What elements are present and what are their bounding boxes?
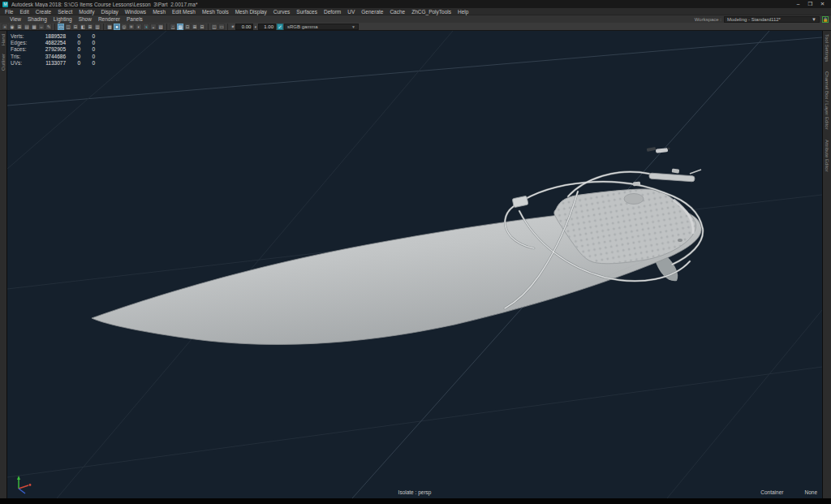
pan-zoom-icon[interactable]: ⇔ — [38, 24, 45, 30]
single-pane-layout-icon[interactable]: ▭ — [58, 24, 64, 30]
menu-windows[interactable]: Windows — [122, 9, 149, 15]
four-pane-layout-icon[interactable]: ⊞ — [87, 24, 93, 30]
lock-camera-icon[interactable]: ◉ — [9, 24, 15, 30]
shadows-icon[interactable]: ◐ — [136, 24, 142, 30]
surfboard-model[interactable] — [92, 172, 703, 345]
lights-icon[interactable]: ☀ — [128, 24, 135, 30]
wireframe-icon[interactable]: ▩ — [106, 24, 113, 30]
menu-modify[interactable]: Modify — [75, 9, 97, 15]
panel-menu-panels[interactable]: Panels — [123, 16, 146, 22]
menu-create[interactable]: Create — [32, 9, 55, 15]
panel-menu-show[interactable]: Show — [75, 16, 95, 22]
workspace-label: Workspace : — [695, 17, 721, 22]
motion-blur-icon[interactable]: ◒ — [150, 24, 157, 30]
menu-surfaces[interactable]: Surfaces — [293, 9, 321, 15]
chevron-down-icon: ▼ — [812, 17, 816, 22]
select-camera-icon[interactable]: ⌖ — [2, 24, 8, 30]
camera-attributes-icon[interactable]: ⊞ — [16, 24, 23, 30]
container-value: None — [804, 489, 817, 495]
title-bar: M Autodesk Maya 2018: S:\CG Items Course… — [0, 0, 831, 8]
poly-count-selected: 0 — [66, 46, 80, 53]
menu-edit-mesh[interactable]: Edit Mesh — [169, 9, 199, 15]
close-button[interactable]: ✕ — [816, 0, 829, 8]
poly-count-selected2: 0 — [80, 33, 95, 40]
menu-mesh-tools[interactable]: Mesh Tools — [199, 9, 232, 15]
minimize-button[interactable]: – — [792, 0, 804, 8]
menu-generate[interactable]: Generate — [358, 9, 386, 15]
poly-count-selected: 0 — [66, 60, 80, 67]
grease-pencil-icon[interactable]: ✎ — [45, 24, 52, 30]
shaded-icon[interactable]: ● — [114, 24, 120, 30]
dock-tab-tool-settings[interactable]: Tool Settings — [825, 34, 829, 62]
textured-icon[interactable]: ◎ — [121, 24, 127, 30]
workspace-value: Modeling - Standard112* — [727, 17, 781, 22]
isolate-select-icon[interactable]: △ — [170, 24, 176, 30]
panel-menu-renderer[interactable]: Renderer — [95, 16, 123, 22]
image-plane-icon[interactable]: ▦ — [31, 24, 37, 30]
poly-count-label: Verts: — [11, 33, 32, 40]
x-ray-icon[interactable]: ▧ — [177, 24, 183, 30]
menu-display[interactable]: Display — [97, 9, 121, 15]
color-managed-checkbox[interactable]: ✓ — [277, 24, 283, 30]
colorspace-dropdown[interactable]: sRGB gamma▼ — [284, 24, 359, 30]
viewport-canvas[interactable] — [7, 31, 822, 498]
dock-tab-channel-box-layer-editor[interactable]: Channel Box / Layer Editor — [825, 71, 829, 130]
workspace-dropdown[interactable]: Modeling - Standard112* ▼ — [724, 16, 820, 23]
film-gate-icon[interactable]: ◫ — [211, 24, 217, 30]
screen-space-ao-icon[interactable]: ◑ — [143, 24, 149, 30]
poly-count-value: 3744686 — [32, 54, 66, 60]
poly-count-label: Tris: — [11, 54, 32, 60]
gamma-field[interactable]: 1.00 — [258, 24, 276, 30]
pad-recess — [624, 194, 644, 205]
window-controls: –❐✕ — [792, 0, 829, 8]
menu-help[interactable]: Help — [454, 9, 471, 15]
view-axis-gizmo — [11, 473, 36, 496]
viewport-toolbar: ⌖◉⊞▤▦⇔✎▭◫⊟◧⊞▥▩●◎☀◐◑◒▨△▧⊡⊞⊟◫▭☀0.00◐1.00✓s… — [0, 23, 831, 31]
menu-select[interactable]: Select — [54, 9, 75, 15]
field-chart-icon[interactable]: ⊡ — [184, 24, 191, 30]
toolbar-separator — [103, 24, 104, 30]
safe-title-icon[interactable]: ⊟ — [199, 24, 205, 30]
container-label: Container — [760, 489, 783, 495]
toolbar-separator — [166, 24, 167, 30]
two-pane-stacked-layout-icon[interactable]: ⊟ — [72, 24, 79, 30]
perspective-viewport[interactable]: Verts:188952800Edges:468225400Faces:2792… — [6, 31, 823, 498]
two-pane-side-layout-icon[interactable]: ◫ — [65, 24, 71, 30]
menu-mesh-display[interactable]: Mesh Display — [232, 9, 270, 15]
poly-count-selected2: 0 — [80, 60, 95, 67]
safe-action-icon[interactable]: ⊞ — [192, 24, 198, 30]
menu-mesh[interactable]: Mesh — [149, 9, 169, 15]
gamma-field-group: ◐1.00 — [254, 24, 276, 30]
dock-tab-outliner[interactable]: Outliner — [1, 54, 6, 71]
menu-deform[interactable]: Deform — [321, 9, 344, 15]
gamma-icon: ◐ — [254, 24, 257, 30]
menu-uv[interactable]: UV — [344, 9, 358, 15]
bookmarks-icon[interactable]: ▤ — [24, 24, 30, 30]
outliner-persp-layout-icon[interactable]: ▥ — [94, 24, 101, 30]
poly-count-value: 2792905 — [32, 46, 66, 53]
menu-cache[interactable]: Cache — [386, 9, 408, 15]
panel-menu-lighting[interactable]: Lighting — [50, 16, 75, 22]
panel-menu-view[interactable]: View — [6, 16, 24, 22]
menu-zhcg-polytools[interactable]: ZhCG_PolyTools — [408, 9, 454, 15]
poly-count-selected: 0 — [66, 33, 80, 40]
menu-file[interactable]: File — [2, 9, 16, 15]
panel-menu-bar: ViewShadingLightingShowRendererPanels Wo… — [0, 15, 831, 23]
menu-edit[interactable]: Edit — [16, 9, 32, 15]
exposure-field[interactable]: 0.00 — [235, 24, 253, 30]
poly-count-selected2: 0 — [80, 46, 95, 53]
three-pane-layout-icon[interactable]: ◧ — [80, 24, 86, 30]
menu-curves[interactable]: Curves — [270, 9, 294, 15]
panel-menu-shading[interactable]: Shading — [24, 16, 50, 22]
resolution-gate-icon[interactable]: ▭ — [218, 24, 225, 30]
dock-tab-hand[interactable]: Hand — [1, 34, 6, 45]
main-menu-bar: FileEditCreateSelectModifyDisplayWindows… — [0, 8, 831, 15]
poly-count-label: Edges: — [11, 40, 32, 46]
left-dock-strip: HandOutliner — [0, 31, 6, 498]
dock-tab-attribute-editor[interactable]: Attribute Editor — [825, 140, 829, 172]
anti-alias-icon[interactable]: ▨ — [157, 24, 164, 30]
workspace-lock-icon[interactable]: 🔒 — [822, 16, 829, 23]
leash-cuff-parts[interactable] — [633, 147, 701, 186]
restore-button[interactable]: ❐ — [804, 0, 816, 8]
poly-count-selected: 0 — [66, 54, 80, 60]
